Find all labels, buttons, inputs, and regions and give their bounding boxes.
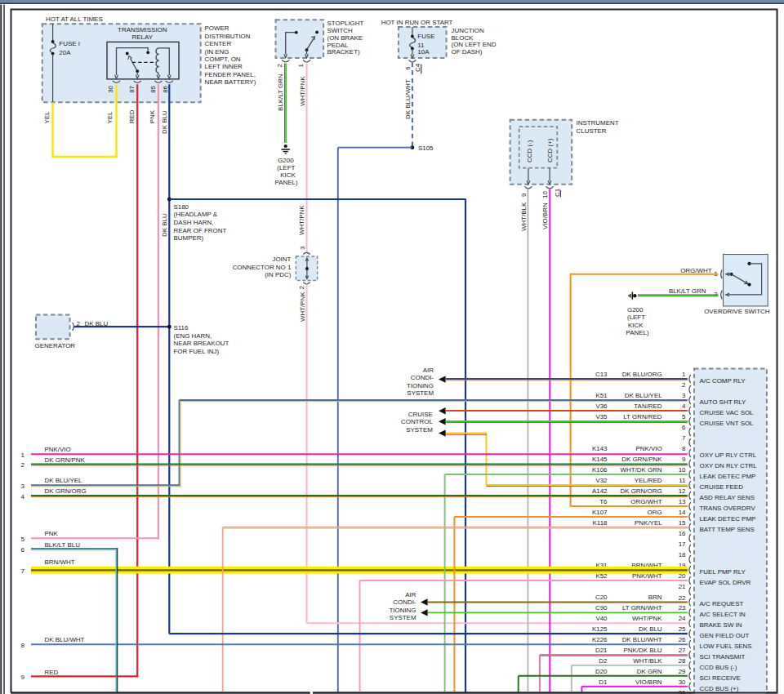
svg-text:5: 5	[682, 413, 686, 420]
svg-text:DK BLU/YEL: DK BLU/YEL	[45, 477, 82, 484]
svg-text:LT GRN/WHT: LT GRN/WHT	[622, 604, 662, 612]
svg-text:RED: RED	[128, 109, 136, 123]
svg-text:KICK: KICK	[280, 171, 296, 179]
svg-text:BATT TEMP SENS: BATT TEMP SENS	[700, 526, 755, 533]
svg-text:WHT/PNK: WHT/PNK	[632, 615, 662, 622]
svg-text:15: 15	[679, 519, 686, 527]
svg-text:PNK/VIO: PNK/VIO	[635, 445, 662, 452]
svg-text:(LEFT: (LEFT	[277, 164, 295, 171]
svg-text:WHT/PNK: WHT/PNK	[299, 291, 306, 322]
svg-text:6: 6	[404, 66, 412, 70]
svg-text:RED: RED	[45, 669, 59, 676]
svg-text:RELAY: RELAY	[132, 33, 154, 41]
svg-text:DK BLU/ORG: DK BLU/ORG	[622, 371, 662, 378]
svg-text:PANEL): PANEL)	[275, 179, 298, 186]
svg-text:JOINT: JOINT	[272, 256, 291, 263]
svg-text:CLUSTER: CLUSTER	[577, 127, 607, 135]
svg-text:DK BLU/WHT: DK BLU/WHT	[45, 636, 85, 643]
svg-text:PNK/YEL: PNK/YEL	[635, 519, 662, 527]
svg-text:OXY DN RLY CTRL: OXY DN RLY CTRL	[700, 462, 758, 469]
svg-text:26: 26	[679, 636, 686, 643]
svg-text:D20: D20	[595, 668, 608, 675]
svg-text:CCD (-): CCD (-)	[526, 140, 533, 162]
svg-text:23: 23	[679, 604, 686, 612]
svg-text:DK BLU: DK BLU	[639, 625, 662, 633]
svg-text:85: 85	[149, 85, 157, 92]
svg-text:(LEFT: (LEFT	[627, 314, 645, 321]
svg-text:PEDAL: PEDAL	[327, 42, 350, 49]
svg-text:INSTRUMENT: INSTRUMENT	[577, 119, 619, 127]
svg-text:D2: D2	[599, 657, 608, 665]
svg-text:(ENG HARN,: (ENG HARN,	[174, 332, 212, 340]
svg-text:10: 10	[679, 466, 686, 474]
svg-text:AIR: AIR	[423, 367, 434, 374]
svg-text:20A: 20A	[59, 49, 71, 56]
svg-text:CRUISE VAC SOL: CRUISE VAC SOL	[700, 409, 755, 416]
svg-text:1: 1	[21, 452, 25, 459]
svg-text:VIO/BRN: VIO/BRN	[541, 202, 549, 229]
svg-text:13: 13	[679, 498, 686, 505]
svg-text:BRN/WHT: BRN/WHT	[45, 558, 75, 566]
svg-text:21: 21	[679, 583, 686, 590]
svg-text:3: 3	[299, 246, 306, 250]
svg-text:BUMPER): BUMPER)	[174, 234, 204, 242]
svg-text:AIR: AIR	[405, 591, 416, 598]
svg-text:6: 6	[21, 546, 25, 554]
svg-text:C90: C90	[595, 604, 608, 612]
svg-text:HOT IN RUN OR START: HOT IN RUN OR START	[381, 19, 453, 26]
svg-text:18: 18	[679, 551, 686, 558]
svg-text:S116: S116	[174, 324, 189, 331]
svg-text:YEL/RED: YEL/RED	[635, 477, 662, 484]
svg-text:REAR OF FRONT: REAR OF FRONT	[174, 227, 227, 234]
svg-text:K145: K145	[592, 456, 608, 463]
svg-text:7: 7	[682, 434, 686, 442]
svg-text:11: 11	[679, 477, 686, 484]
svg-text:V32: V32	[595, 477, 608, 484]
svg-text:AUTO SHT RLY: AUTO SHT RLY	[700, 398, 747, 406]
svg-text:A/C COMP RLY: A/C COMP RLY	[700, 377, 746, 385]
svg-text:11: 11	[417, 42, 425, 49]
svg-text:DK BLU: DK BLU	[161, 213, 168, 237]
svg-text:12: 12	[679, 487, 686, 495]
svg-text:JUNCTION: JUNCTION	[452, 27, 484, 34]
svg-text:POWER: POWER	[205, 24, 229, 32]
svg-text:D1: D1	[599, 678, 608, 686]
svg-text:BRN: BRN	[648, 594, 662, 601]
svg-text:22: 22	[679, 594, 686, 602]
svg-text:V35: V35	[595, 413, 608, 420]
svg-text:7: 7	[21, 567, 25, 575]
svg-text:K51: K51	[595, 392, 608, 399]
svg-text:2: 2	[298, 286, 305, 290]
svg-text:8: 8	[682, 445, 686, 452]
svg-text:10: 10	[541, 191, 549, 198]
svg-text:OVERDRIVE SWITCH: OVERDRIVE SWITCH	[704, 308, 770, 315]
svg-text:9: 9	[21, 674, 25, 681]
svg-text:CRUISE: CRUISE	[408, 411, 433, 418]
svg-text:(ON BRAKE: (ON BRAKE	[327, 34, 363, 42]
svg-text:BLOCK: BLOCK	[452, 34, 474, 42]
svg-text:A/C SELECT IN: A/C SELECT IN	[700, 611, 746, 618]
svg-text:K106: K106	[592, 466, 608, 474]
svg-text:3: 3	[682, 392, 686, 399]
svg-text:DK GRN/ORG: DK GRN/ORG	[45, 487, 87, 495]
svg-text:6: 6	[682, 424, 686, 431]
svg-text:CONDI-: CONDI-	[393, 598, 416, 606]
svg-text:ORG: ORG	[648, 509, 662, 516]
svg-text:S180: S180	[174, 203, 189, 211]
svg-text:NEAR BREAKOUT: NEAR BREAKOUT	[174, 340, 229, 347]
svg-text:BRAKE SW IN: BRAKE SW IN	[700, 621, 742, 629]
svg-text:DK GRN: DK GRN	[637, 668, 662, 675]
svg-text:3: 3	[21, 483, 25, 490]
svg-text:(ON LEFT END: (ON LEFT END	[452, 41, 497, 48]
svg-text:K107: K107	[592, 509, 608, 516]
svg-text:1: 1	[297, 64, 305, 68]
svg-text:A142: A142	[592, 487, 608, 495]
svg-text:EVAP SOL DRVR: EVAP SOL DRVR	[700, 579, 751, 586]
svg-text:DK GRN/ORG: DK GRN/ORG	[620, 487, 662, 495]
svg-text:CENTER: CENTER	[205, 40, 232, 47]
svg-text:FENDER PANEL,: FENDER PANEL,	[205, 71, 256, 78]
svg-text:YEL: YEL	[106, 111, 114, 124]
svg-text:K125: K125	[592, 625, 608, 633]
svg-text:PANEL): PANEL)	[626, 329, 649, 336]
svg-text:PNK/VIO: PNK/VIO	[45, 446, 71, 453]
